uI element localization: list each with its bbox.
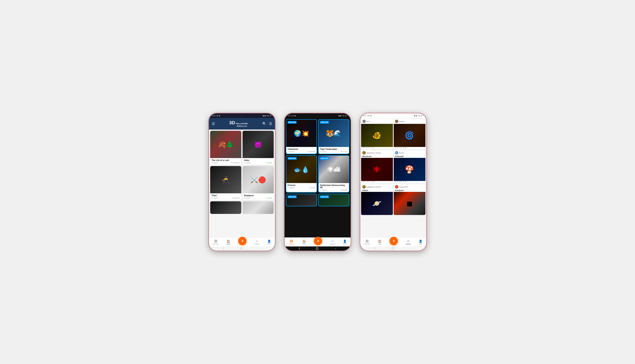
nav-home-label-2: Home <box>302 243 306 245</box>
card-tiger[interactable]: US$ 0.99 🐯🌊 Tiger Underwater 8 Layers ⬇ … <box>318 119 349 154</box>
card-joker[interactable]: 😈 Joker 6 Layers ✓ 16419 <box>243 131 274 165</box>
fish-stat-downloads: ⬇ 1K <box>370 147 374 148</box>
explore-monstrum-img: 🕷 <box>361 158 393 181</box>
wallpaper-grid: 🍂🌲 The Life of a Leaf 4 Layers ⬇ 1194145… <box>209 130 275 201</box>
nav-home-2[interactable]: 🏠 Home <box>302 240 306 245</box>
card-cataclysm-layers: 7 Layers <box>288 151 294 152</box>
nav-premium-2[interactable]: 🖼 Premium <box>288 240 294 245</box>
nav-explore-2[interactable]: ♾ Explore <box>330 240 335 245</box>
nav-fab-icon-2: + <box>317 239 319 244</box>
heart-planet[interactable]: ♡ <box>390 186 392 188</box>
card-spiderman[interactable]: US$ 0.99 🕷🏙 Spiderman Homecoming 4K 3 La… <box>318 155 349 192</box>
nav-premium-1[interactable]: 🖼 Premium <box>213 240 219 245</box>
card-spiderman-image: US$ 0.99 🕷🏙 <box>319 156 349 183</box>
premium-grid: US$ 0.99 🌍💥 Cataclysm 7 Layers ⬇ 68974 <box>285 118 351 194</box>
explore-planet-username: Magdalena Voboka <box>367 186 381 188</box>
heart-schlumpf[interactable]: ♡ <box>422 152 424 154</box>
card-thief-info: Thief 4 Layers ⬇ 562573 <box>210 193 241 200</box>
heart-hologram[interactable]: ♡ <box>422 186 424 188</box>
card-thief[interactable]: 🥷 Thief 4 Layers ⬇ 562573 <box>210 166 241 200</box>
explore-monstrum-user: M Magdalena Voboka <box>362 151 381 154</box>
fantasy-stat-views: 👁 4 <box>395 147 398 148</box>
avatar-schlumpf: R <box>395 151 398 154</box>
card-tiger-info: Tiger Underwater 8 Layers ⬇ 33770 <box>319 147 349 154</box>
nav-home-1[interactable]: 🏠 Home <box>226 240 230 245</box>
avatar-hologram: R <box>395 185 398 188</box>
nav-mine-3[interactable]: 👤 Mine <box>419 240 422 245</box>
nav-fab-2[interactable]: + <box>314 237 322 245</box>
card-joker-layers: 6 Layers <box>244 162 251 164</box>
partial-cards-row-2: US$ 0.99 US$ 0.99 <box>285 194 351 208</box>
card-fortune[interactable]: US$ 0.99 🐟💧 Fortune 6 Layers ⬇ 5039 <box>286 155 317 192</box>
nav-home-3[interactable]: 🏠 Home <box>378 240 382 245</box>
gesture-recent-2: › <box>335 247 336 250</box>
nav-fab-1[interactable]: + <box>238 237 247 245</box>
search-icon[interactable]: 🔍 <box>262 122 267 126</box>
explore-card-monstrum[interactable]: M Magdalena Voboka ♡ Monstrum 🕷 👁 18 ♥ 7… <box>361 150 393 184</box>
menu-icon[interactable]: ☰ <box>212 122 215 126</box>
nav-mine-label-2: Mine <box>343 243 346 245</box>
phone1: %ヲ ∥ ♦⁵ ⊞ ··· ▶ ▶ ³ ⊟ ⊘·¹ ☰ 3D WALLPAPER… <box>208 113 276 251</box>
filter-icon[interactable]: ☰ <box>269 122 272 126</box>
card-deadpool-info: Deadpool 4 Layers ✓ 776254 <box>243 193 274 200</box>
explore-grid: 🐟 fish 1 ♡ 🐠 👁 0 ♥ 16 ⬇ 1K <box>360 118 426 216</box>
status-center-3: ··· <box>392 115 394 117</box>
explore-monstrum-stats: 👁 18 ♥ 73 ⬇ 1K <box>361 181 393 184</box>
gesture-bar-3: › <box>360 246 426 251</box>
card-joker-downloads: ✓ 16419 <box>266 162 272 164</box>
card-leaf[interactable]: 🍂🌲 The Life of a Leaf 4 Layers ⬇ 1194145 <box>210 131 241 165</box>
card-fortune-layers: 6 Layers <box>288 187 294 189</box>
partial-card-2[interactable] <box>243 201 274 214</box>
explore-schlumpf-title: Schlumpf <box>394 155 426 158</box>
nav-mine-1[interactable]: 👤 Mine <box>267 240 271 245</box>
explore-content[interactable]: 🐟 fish 1 ♡ 🐠 👁 0 ♥ 16 ⬇ 1K <box>360 118 426 238</box>
card-tiger-title: Tiger Underwater <box>320 148 347 150</box>
heart-fantasy[interactable]: ♡ <box>422 120 424 122</box>
card-cataclysm-image: US$ 0.99 🌍💥 <box>286 120 317 147</box>
fortune-price: US$ 0.99 <box>288 157 297 160</box>
card-fortune-info: Fortune 6 Layers ⬇ 5039 <box>286 183 317 190</box>
nav-premium-label-1: Premium <box>213 243 219 245</box>
status-bar-3: %ヲ ∥ ♦⁵ ⊞ ··· ▶ ▶ ⁰ ⊟ ⊘·¹ <box>360 113 426 118</box>
heart-fish[interactable]: ♡ <box>390 120 392 122</box>
nav-mine-2[interactable]: 👤 Mine <box>343 240 347 245</box>
card-joker-info: Joker 6 Layers ✓ 16419 <box>243 158 274 165</box>
partial-card-3[interactable]: US$ 0.99 <box>286 194 317 206</box>
partial-card-4[interactable]: US$ 0.99 <box>318 194 349 206</box>
card-fortune-downloads: ⬇ 5039 <box>309 187 315 189</box>
nav-fab-3[interactable]: + <box>389 237 398 245</box>
nav-mine-icon-3: 👤 <box>419 240 422 243</box>
explore-fantasy-img: 🌀 <box>394 124 426 147</box>
nav-explore-1[interactable]: ♾ Explore <box>255 240 260 245</box>
card-deadpool-image: ⚔️🔴 <box>243 166 274 193</box>
nav-premium-3[interactable]: 🖼 Premium <box>364 240 370 245</box>
status-right: ▶ ▶ ³ ⊟ ⊘·¹ <box>263 115 272 117</box>
explore-card-fantasy[interactable]: 🌀 fantasy ♡ 🌀 👁 4 ♥ 17 ⬇ 1K <box>394 119 426 150</box>
card-deadpool[interactable]: ⚔️🔴 Deadpool 4 Layers ✓ 776254 <box>243 166 274 200</box>
fish-stat-views: 👁 0 <box>362 147 365 148</box>
explore-card-hologram[interactable]: R Roger Miton ♡ Hologram ◼ <box>394 184 426 215</box>
explore-monstrum-title: Monstrum <box>361 155 393 158</box>
explore-fantasy-stats: 👁 4 ♥ 17 ⬇ 1K <box>394 147 426 150</box>
nav-explore-label-2: Explore <box>330 243 335 245</box>
partial-card-1[interactable] <box>210 201 241 214</box>
premium-content[interactable]: US$ 0.99 🌍💥 Cataclysm 7 Layers ⬇ 68974 <box>285 118 351 238</box>
explore-fish-header: 🐟 fish 1 ♡ <box>361 119 393 124</box>
card-thief-title: Thief <box>212 194 240 197</box>
home-content[interactable]: 🍂🌲 The Life of a Leaf 4 Layers ⬇ 1194145… <box>209 130 275 238</box>
partial-cards-row <box>209 201 275 215</box>
bottom-nav-2: 🖼 Premium 🏠 Home + ♾ Explore 👤 Mine <box>285 238 351 246</box>
nav-explore-3[interactable]: ♾ Explore <box>406 240 411 245</box>
card-cataclysm[interactable]: US$ 0.99 🌍💥 Cataclysm 7 Layers ⬇ 68974 <box>286 119 317 154</box>
explore-card-planet[interactable]: M Magdalena Voboka ♡ Planet 🪐 <box>361 184 393 215</box>
card-thief-downloads: ⬇ 562573 <box>232 197 240 199</box>
monstrum-stat-views: 👁 18 <box>362 181 366 183</box>
nav-premium-icon-1: 🖼 <box>214 240 217 243</box>
explore-card-schlumpf[interactable]: R Roche ♡ Schlumpf 🍄 👁 1 ♥ 10 ⬇ 1K <box>394 150 426 184</box>
nav-home-label-3: Home <box>378 243 382 245</box>
explore-card-fish[interactable]: 🐟 fish 1 ♡ 🐠 👁 0 ♥ 16 ⬇ 1K <box>361 119 393 150</box>
card-leaf-title: The Life of a Leaf <box>212 159 240 162</box>
heart-monstrum[interactable]: ♡ <box>390 152 392 154</box>
fantasy-stat-likes: ♥ 17 <box>399 147 402 148</box>
explore-monstrum-username: Magdalena Voboka <box>367 152 381 154</box>
